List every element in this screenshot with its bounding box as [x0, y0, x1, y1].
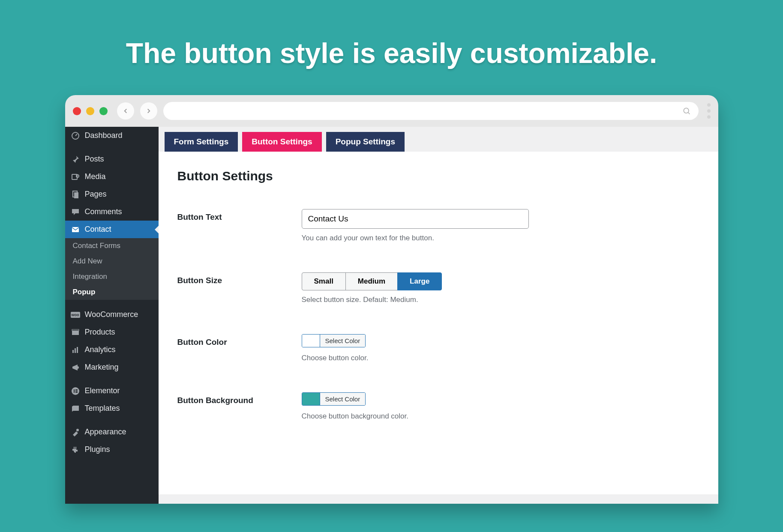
plugins-icon — [71, 445, 80, 454]
sidebar-label: Templates — [85, 404, 120, 413]
svg-rect-9 — [72, 350, 74, 353]
admin-sidebar: Dashboard Posts Media Pages Comments C — [65, 127, 159, 504]
wp-admin: Dashboard Posts Media Pages Comments C — [65, 127, 718, 504]
panel-title: Button Settings — [177, 169, 699, 183]
close-window-icon[interactable] — [73, 107, 81, 115]
sidebar-item-analytics[interactable]: Analytics — [65, 341, 159, 359]
tab-button-settings[interactable]: Button Settings — [242, 132, 321, 152]
products-icon — [71, 328, 80, 337]
pin-icon — [71, 155, 80, 164]
sidebar-label: Elementor — [85, 386, 120, 395]
templates-icon — [71, 404, 80, 413]
sidebar-item-pages[interactable]: Pages — [65, 185, 159, 203]
submenu-item-integration[interactable]: Integration — [65, 269, 159, 284]
browser-chrome — [65, 95, 718, 127]
label-button-size: Button Size — [177, 272, 302, 304]
tab-form-settings[interactable]: Form Settings — [165, 132, 238, 152]
svg-rect-5 — [74, 192, 78, 198]
label-button-text: Button Text — [177, 209, 302, 242]
dashboard-icon — [71, 132, 80, 140]
row-button-text: Button Text You can add your own text fo… — [177, 209, 699, 242]
minimize-window-icon[interactable] — [86, 107, 94, 115]
sidebar-label: Comments — [85, 207, 122, 216]
sidebar-label: Pages — [85, 190, 107, 199]
select-color-button[interactable]: Select Color — [320, 335, 366, 347]
back-button[interactable] — [117, 102, 134, 120]
sidebar-label: Plugins — [85, 445, 110, 454]
tab-popup-settings[interactable]: Popup Settings — [326, 132, 405, 152]
svg-rect-10 — [75, 348, 76, 353]
submenu-item-add-new[interactable]: Add New — [65, 254, 159, 269]
row-button-size: Button Size Small Medium Large Select bu… — [177, 272, 699, 304]
size-option-small[interactable]: Small — [302, 272, 346, 290]
sidebar-label: Dashboard — [85, 131, 123, 140]
pages-icon — [71, 190, 80, 199]
content-area: Form Settings Button Settings Popup Sett… — [159, 127, 718, 504]
forward-button[interactable] — [140, 102, 157, 120]
row-button-color: Button Color Select Color Choose button … — [177, 334, 699, 362]
sidebar-item-templates[interactable]: Templates — [65, 400, 159, 417]
settings-tabs: Form Settings Button Settings Popup Sett… — [159, 127, 718, 152]
svg-rect-15 — [75, 389, 78, 390]
svg-rect-8 — [72, 329, 79, 331]
color-swatch — [302, 393, 320, 405]
browser-menu-button[interactable] — [707, 103, 711, 119]
sidebar-label: WooCommerce — [85, 310, 138, 319]
button-bg-picker[interactable]: Select Color — [302, 392, 366, 406]
browser-window: Dashboard Posts Media Pages Comments C — [65, 95, 718, 504]
mail-icon — [71, 225, 80, 234]
sidebar-label: Marketing — [85, 363, 119, 372]
svg-rect-17 — [75, 392, 78, 393]
sidebar-item-comments[interactable]: Comments — [65, 203, 159, 221]
size-option-medium[interactable]: Medium — [345, 272, 398, 290]
sidebar-item-woocommerce[interactable]: woo WooCommerce — [65, 306, 159, 323]
marketing-headline: The button style is easily customizable. — [0, 0, 783, 95]
size-option-large[interactable]: Large — [397, 272, 442, 290]
submenu-item-popup[interactable]: Popup — [65, 284, 159, 300]
traffic-lights — [73, 107, 108, 115]
color-swatch — [302, 335, 320, 347]
helper-button-background: Choose button background color. — [302, 412, 699, 421]
sidebar-item-appearance[interactable]: Appearance — [65, 423, 159, 441]
sidebar-item-posts[interactable]: Posts — [65, 150, 159, 168]
analytics-icon — [71, 346, 80, 354]
sidebar-item-elementor[interactable]: Elementor — [65, 382, 159, 400]
svg-point-18 — [76, 429, 79, 431]
label-button-background: Button Background — [177, 392, 302, 421]
svg-rect-11 — [77, 347, 78, 353]
svg-rect-7 — [72, 331, 79, 335]
button-text-input[interactable] — [302, 209, 529, 229]
sidebar-item-marketing[interactable]: Marketing — [65, 359, 159, 376]
submenu-item-contact-forms[interactable]: Contact Forms — [65, 238, 159, 254]
svg-point-12 — [76, 366, 79, 369]
button-color-picker[interactable]: Select Color — [302, 334, 366, 347]
svg-rect-14 — [74, 389, 75, 393]
helper-button-color: Choose button color. — [302, 354, 699, 362]
appearance-icon — [71, 428, 80, 436]
marketing-icon — [71, 363, 80, 372]
row-button-background: Button Background Select Color Choose bu… — [177, 392, 699, 421]
maximize-window-icon[interactable] — [99, 107, 108, 115]
sidebar-label: Media — [85, 172, 106, 181]
sidebar-item-products[interactable]: Products — [65, 323, 159, 341]
woo-icon: woo — [71, 311, 80, 319]
label-button-color: Button Color — [177, 334, 302, 362]
elementor-icon — [71, 387, 80, 395]
sidebar-label: Contact — [85, 225, 111, 234]
address-bar[interactable] — [163, 102, 699, 120]
sidebar-label: Products — [85, 328, 115, 337]
sidebar-submenu: Contact Forms Add New Integration Popup — [65, 238, 159, 300]
sidebar-item-media[interactable]: Media — [65, 168, 159, 185]
select-color-button[interactable]: Select Color — [320, 393, 366, 405]
sidebar-label: Analytics — [85, 345, 116, 354]
search-icon — [682, 107, 691, 115]
sidebar-item-plugins[interactable]: Plugins — [65, 441, 159, 458]
svg-rect-16 — [75, 391, 78, 392]
sidebar-item-contact[interactable]: Contact — [65, 221, 159, 238]
settings-panel: Button Settings Button Text You can add … — [159, 152, 718, 494]
helper-button-size: Select button size. Default: Medium. — [302, 296, 699, 304]
comments-icon — [71, 208, 80, 216]
sidebar-item-dashboard[interactable]: Dashboard — [65, 127, 159, 144]
helper-button-text: You can add your own text for the button… — [302, 234, 699, 242]
sidebar-label: Posts — [85, 155, 104, 164]
